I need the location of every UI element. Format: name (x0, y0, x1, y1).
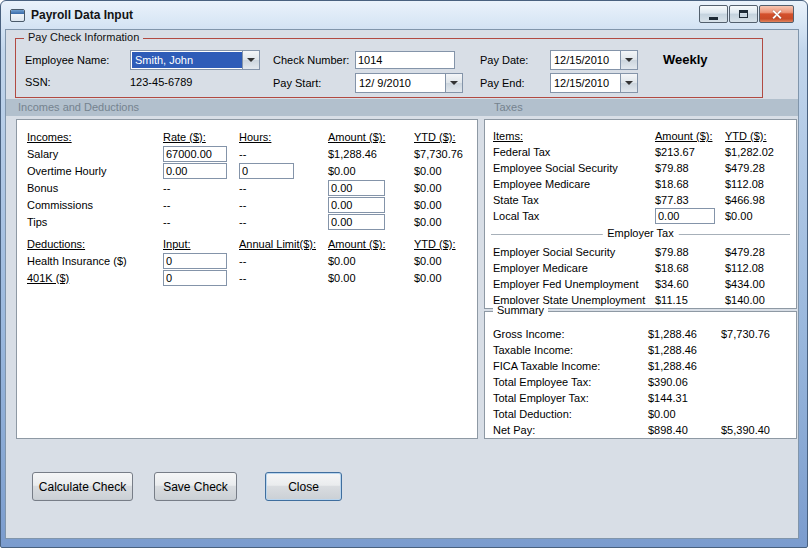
app-icon (10, 9, 25, 22)
tax-amount: $11.15 (655, 294, 725, 306)
summary-label: Total Employer Tax: (493, 392, 648, 404)
deduction-row-health-insurance: Health Insurance ($) -- $0.00 $0.00 (17, 252, 477, 269)
dropdown-arrow-icon[interactable] (242, 51, 259, 69)
ssn-label: SSN: (25, 76, 51, 88)
maximize-button[interactable] (729, 5, 758, 23)
summary-panel: Summary Gross Income: $1,288.46 $7,730.7… (484, 311, 797, 439)
taxes-section-header: Taxes (494, 101, 523, 113)
tips-amount-input[interactable] (328, 214, 385, 230)
tax-row-employer-medicare: Employer Medicare $18.68 $112.08 (485, 260, 796, 276)
employer-tax-group: Employer Tax (491, 234, 790, 235)
tax-row-employee-medicare: Employee Medicare $18.68 $112.08 (485, 176, 796, 192)
income-ytd: $0.00 (414, 182, 477, 194)
col-header-amount: Amount ($): (655, 130, 725, 142)
summary-row-taxable-income: Taxable Income: $1,288.46 (485, 342, 796, 358)
check-number-label: Check Number: (273, 54, 349, 66)
tax-row-federal: Federal Tax $213.67 $1,282.02 (485, 144, 796, 160)
income-row-tips: Tips -- -- $0.00 (17, 213, 477, 230)
income-label: Overtime Hourly (27, 165, 163, 177)
col-header-deductions: Deductions: (27, 238, 163, 250)
client-area: Pay Check Information Employee Name: Smi… (5, 29, 799, 539)
col-header-rate: Rate ($): (163, 131, 239, 143)
pay-frequency-label: Weekly (663, 52, 708, 67)
tax-row-state: State Tax $77.83 $466.98 (485, 192, 796, 208)
income-ytd: $0.00 (414, 216, 477, 228)
dropdown-arrow-icon[interactable] (445, 74, 462, 92)
col-header-incomes: Incomes: (27, 131, 163, 143)
summary-amount: $144.31 (648, 392, 721, 404)
tax-label: Local Tax (493, 210, 655, 222)
income-hours: -- (239, 216, 328, 228)
income-label: Salary (27, 148, 163, 160)
summary-row-total-deduction: Total Deduction: $0.00 (485, 406, 796, 422)
dropdown-arrow-icon[interactable] (620, 74, 637, 92)
overtime-rate-input[interactable] (163, 163, 227, 179)
screenshot-page: Payroll Data Input Pay Check Information… (0, 0, 808, 548)
overtime-hours-input[interactable] (239, 163, 294, 179)
taxes-panel: Items: Amount ($): YTD ($): Federal Tax … (484, 119, 797, 309)
minimize-button[interactable] (699, 5, 728, 23)
window-close-button[interactable] (759, 5, 794, 23)
summary-label: Gross Income: (493, 328, 648, 340)
tax-row-employer-social-security: Employer Social Security $79.88 $479.28 (485, 244, 796, 260)
deduction-ytd: $0.00 (414, 255, 477, 267)
tax-ytd: $479.28 (725, 162, 796, 174)
income-amount: $1,288.46 (328, 148, 414, 160)
salary-rate-input[interactable] (163, 146, 227, 162)
employee-name-label: Employee Name: (25, 54, 109, 66)
pay-start-value: 12/ 9/2010 (356, 74, 445, 92)
incomes-header-row: Incomes: Rate ($): Hours: Amount ($): YT… (17, 129, 477, 145)
summary-amount: $898.40 (648, 424, 721, 436)
commissions-amount-input[interactable] (328, 197, 385, 213)
save-check-button[interactable]: Save Check (154, 472, 237, 501)
col-header-hours: Hours: (239, 131, 328, 143)
tax-ytd: $112.08 (725, 262, 796, 274)
summary-row-net-pay: Net Pay: $898.40 $5,390.40 (485, 422, 796, 438)
check-number-input[interactable] (355, 51, 455, 69)
income-amount: $0.00 (328, 165, 414, 177)
local-tax-input[interactable] (655, 208, 715, 224)
401k-input[interactable] (163, 270, 227, 286)
deduction-amount: $0.00 (328, 255, 414, 267)
pay-start-datepicker[interactable]: 12/ 9/2010 (355, 73, 463, 93)
tax-label: Employer Fed Unemployment (493, 278, 655, 290)
income-label: Commissions (27, 199, 163, 211)
income-hours: -- (239, 182, 328, 194)
income-ytd: $7,730.76 (414, 148, 477, 160)
tax-label: Employer Social Security (493, 246, 655, 258)
pay-date-datepicker[interactable]: 12/15/2010 (550, 50, 638, 70)
col-header-ytd: YTD ($): (414, 131, 477, 143)
payroll-window: Payroll Data Input Pay Check Information… (0, 0, 808, 548)
employee-name-combobox[interactable]: Smith, John (130, 50, 260, 70)
employer-tax-group-label: Employer Tax (602, 227, 678, 239)
summary-label: FICA Taxable Income: (493, 360, 648, 372)
tax-label: Employer Medicare (493, 262, 655, 274)
summary-amount: $0.00 (648, 408, 721, 420)
calculate-check-button[interactable]: Calculate Check (32, 472, 133, 501)
dropdown-arrow-icon[interactable] (620, 51, 637, 69)
paycheck-info-group: Pay Check Information Employee Name: Smi… (15, 38, 763, 98)
income-ytd: $0.00 (414, 165, 477, 177)
title-bar[interactable]: Payroll Data Input (1, 1, 807, 29)
summary-amount: $1,288.46 (648, 360, 721, 372)
tax-ytd: $434.00 (725, 278, 796, 290)
deduction-label: Health Insurance ($) (27, 255, 163, 267)
summary-label: Total Employee Tax: (493, 376, 648, 388)
pay-end-label: Pay End: (480, 77, 525, 89)
pay-end-value: 12/15/2010 (551, 74, 620, 92)
tax-ytd: $140.00 (725, 294, 796, 306)
section-header-band: Incomes and Deductions Taxes (6, 99, 798, 116)
income-hours: -- (239, 199, 328, 211)
deduction-limit: -- (239, 272, 328, 284)
incomes-section-header: Incomes and Deductions (18, 101, 139, 113)
close-button[interactable]: Close (265, 472, 342, 501)
income-row-overtime: Overtime Hourly $0.00 $0.00 (17, 162, 477, 179)
health-insurance-input[interactable] (163, 253, 227, 269)
income-ytd: $0.00 (414, 199, 477, 211)
pay-end-datepicker[interactable]: 12/15/2010 (550, 73, 638, 93)
tax-label: Employee Medicare (493, 178, 655, 190)
col-header-ytd: YTD ($): (725, 130, 796, 142)
tax-label: State Tax (493, 194, 655, 206)
bonus-amount-input[interactable] (328, 180, 385, 196)
tax-ytd: $466.98 (725, 194, 796, 206)
